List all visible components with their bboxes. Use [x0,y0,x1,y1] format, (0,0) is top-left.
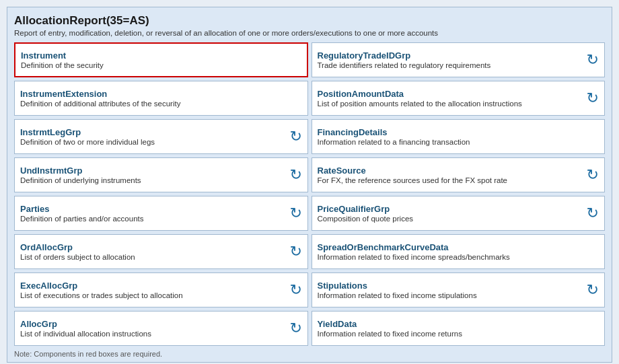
arrow-icon-alloc-grp: ↺ [290,320,302,337]
cards-grid: Instrument Definition of the security Re… [14,42,605,346]
card-name-und-instrmt-grp: UndInstrmtGrp [20,166,285,176]
card-parties[interactable]: Parties Definition of parties and/or acc… [14,196,308,231]
card-text-regulatory-trade-id-grp: RegulatoryTradeIDGrp Trade identifiers r… [318,50,582,69]
card-name-alloc-grp: AllocGrp [20,319,285,329]
card-text-und-instrmt-grp: UndInstrmtGrp Definition of underlying i… [20,166,285,184]
card-desc-instrument-extension: Definition of additional attributes of t… [20,100,302,108]
card-desc-financing-details: Information related to a financing trans… [318,138,599,146]
card-name-spread-or-benchmark-curve-data: SpreadOrBenchmarkCurveData [318,242,599,252]
arrow-icon-und-instrmt-grp: ↺ [290,166,302,184]
card-position-amount-data[interactable]: PositionAmountData List of position amou… [312,81,606,116]
card-desc-regulatory-trade-id-grp: Trade identifiers related to regulatory … [318,61,582,69]
card-text-exec-alloc-grp: ExecAllocGrp List of executions or trade… [20,281,285,299]
arrow-icon-parties: ↺ [290,205,302,222]
card-stipulations[interactable]: Stipulations Information related to fixe… [312,272,606,307]
card-desc-position-amount-data: List of position amounts related to the … [318,100,582,108]
page-title: AllocationReport(35=AS) [14,14,605,28]
card-desc-ord-alloc-grp: List of orders subject to allocation [20,253,285,261]
card-text-yield-data: YieldData Information related to fixed i… [318,319,599,338]
card-instrmt-leg-grp[interactable]: InstrmtLegGrp Definition of two or more … [14,119,308,154]
main-container: AllocationReport(35=AS) Report of entry,… [7,7,612,363]
card-desc-und-instrmt-grp: Definition of underlying instruments [20,176,285,184]
arrow-icon-stipulations: ↺ [587,281,599,299]
arrow-icon-exec-alloc-grp: ↺ [290,281,302,299]
card-text-ord-alloc-grp: OrdAllocGrp List of orders subject to al… [20,242,285,261]
card-desc-rate-source: For FX, the reference sources used for t… [318,176,582,184]
card-desc-exec-alloc-grp: List of executions or trades subject to … [20,291,285,299]
card-exec-alloc-grp[interactable]: ExecAllocGrp List of executions or trade… [14,272,308,307]
card-text-instrument-extension: InstrumentExtension Definition of additi… [20,89,302,108]
card-name-instrument: Instrument [21,50,301,61]
card-desc-instrument: Definition of the security [21,61,301,69]
card-desc-yield-data: Information related to fixed income retu… [318,330,599,338]
card-rate-source[interactable]: RateSource For FX, the reference sources… [312,157,606,192]
card-financing-details[interactable]: FinancingDetails Information related to … [312,119,606,154]
card-yield-data[interactable]: YieldData Information related to fixed i… [312,311,606,346]
page-subtitle: Report of entry, modification, deletion,… [14,29,605,37]
card-name-parties: Parties [20,204,285,214]
card-spread-or-benchmark-curve-data[interactable]: SpreadOrBenchmarkCurveData Information r… [312,234,606,269]
card-name-price-qualifier-grp: PriceQualifierGrp [318,204,582,214]
card-name-instrmt-leg-grp: InstrmtLegGrp [20,127,285,137]
arrow-icon-price-qualifier-grp: ↺ [587,205,599,222]
card-text-price-qualifier-grp: PriceQualifierGrp Composition of quote p… [318,204,582,223]
card-desc-parties: Definition of parties and/or accounts [20,215,285,223]
card-name-regulatory-trade-id-grp: RegulatoryTradeIDGrp [318,50,582,61]
card-ord-alloc-grp[interactable]: OrdAllocGrp List of orders subject to al… [14,234,308,269]
card-alloc-grp[interactable]: AllocGrp List of individual allocation i… [14,311,308,346]
card-desc-instrmt-leg-grp: Definition of two or more individual leg… [20,138,285,146]
card-desc-price-qualifier-grp: Composition of quote prices [318,215,582,223]
card-text-stipulations: Stipulations Information related to fixe… [318,281,582,299]
card-text-rate-source: RateSource For FX, the reference sources… [318,166,582,184]
card-name-instrument-extension: InstrumentExtension [20,89,302,99]
card-name-financing-details: FinancingDetails [318,127,599,137]
card-text-parties: Parties Definition of parties and/or acc… [20,204,285,223]
card-name-position-amount-data: PositionAmountData [318,89,582,99]
arrow-icon-rate-source: ↺ [587,166,599,184]
card-text-instrmt-leg-grp: InstrmtLegGrp Definition of two or more … [20,127,285,146]
card-text-spread-or-benchmark-curve-data: SpreadOrBenchmarkCurveData Information r… [318,242,599,261]
arrow-icon-position-amount-data: ↺ [587,89,599,107]
card-und-instrmt-grp[interactable]: UndInstrmtGrp Definition of underlying i… [14,157,308,192]
card-text-instrument: Instrument Definition of the security [21,50,301,69]
card-price-qualifier-grp[interactable]: PriceQualifierGrp Composition of quote p… [312,196,606,231]
card-name-yield-data: YieldData [318,319,599,329]
card-desc-alloc-grp: List of individual allocation instructio… [20,330,285,338]
card-instrument[interactable]: Instrument Definition of the security [14,42,308,77]
card-desc-spread-or-benchmark-curve-data: Information related to fixed income spre… [318,253,599,261]
arrow-icon-instrmt-leg-grp: ↺ [290,128,302,145]
card-instrument-extension[interactable]: InstrumentExtension Definition of additi… [14,81,308,116]
card-name-ord-alloc-grp: OrdAllocGrp [20,242,285,252]
footnote: Note: Components in red boxes are requir… [14,350,605,358]
card-desc-stipulations: Information related to fixed income stip… [318,291,582,299]
card-name-exec-alloc-grp: ExecAllocGrp [20,281,285,291]
arrow-icon-regulatory-trade-id-grp: ↺ [587,51,599,69]
card-text-financing-details: FinancingDetails Information related to … [318,127,599,146]
card-name-stipulations: Stipulations [318,281,582,291]
card-text-alloc-grp: AllocGrp List of individual allocation i… [20,319,285,338]
card-name-rate-source: RateSource [318,166,582,176]
card-text-position-amount-data: PositionAmountData List of position amou… [318,89,582,108]
card-regulatory-trade-id-grp[interactable]: RegulatoryTradeIDGrp Trade identifiers r… [312,42,606,77]
arrow-icon-ord-alloc-grp: ↺ [290,243,302,260]
